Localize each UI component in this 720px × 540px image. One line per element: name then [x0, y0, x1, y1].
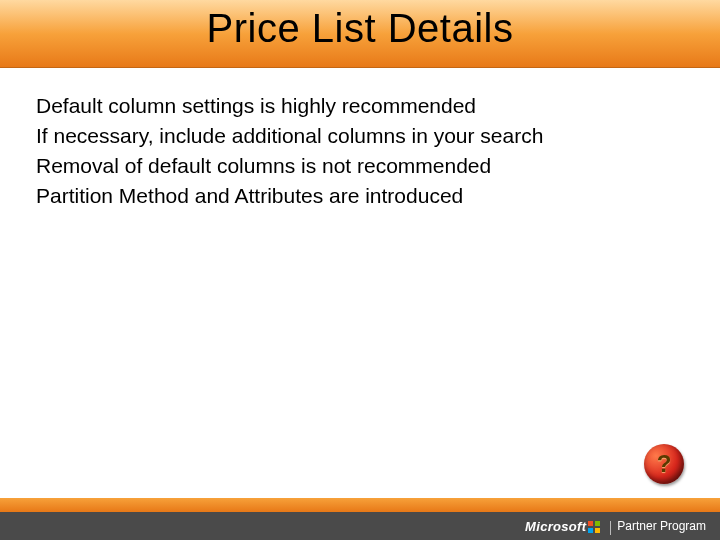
- footer: Microsoft Partner Program: [0, 498, 720, 540]
- bullet-line: Partition Method and Attributes are intr…: [36, 182, 676, 210]
- help-button[interactable]: ?: [644, 444, 684, 484]
- slide-title: Price List Details: [0, 6, 720, 51]
- microsoft-logo-icon: [588, 521, 600, 533]
- bullet-line: Default column settings is highly recomm…: [36, 92, 676, 120]
- footer-brand-bar: Microsoft Partner Program: [0, 512, 720, 540]
- footer-program: Partner Program: [617, 519, 706, 533]
- bullet-line: Removal of default columns is not recomm…: [36, 152, 676, 180]
- footer-accent-bar: [0, 498, 720, 512]
- bullet-line: If necessary, include additional columns…: [36, 122, 676, 150]
- slide: Price List Details Default column settin…: [0, 0, 720, 540]
- footer-separator: [610, 521, 611, 535]
- question-icon: ?: [657, 450, 672, 478]
- body-text: Default column settings is highly recomm…: [36, 92, 676, 212]
- footer-brand: Microsoft: [525, 519, 586, 534]
